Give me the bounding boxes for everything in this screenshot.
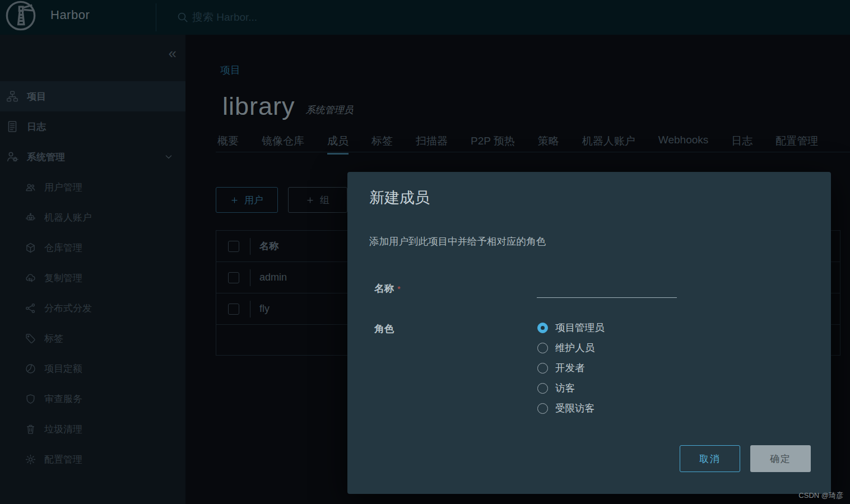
sidebar-item-label: 标签 (44, 332, 63, 345)
sidebar-item-label: 垃圾清理 (44, 423, 82, 436)
quota-icon (25, 363, 36, 375)
add-user-button[interactable]: 用户 (216, 187, 278, 213)
replication-icon (25, 272, 36, 284)
column-divider (250, 301, 250, 318)
role-option-label: 访客 (555, 381, 575, 395)
name-field-label: 名称* (374, 282, 401, 295)
sidebar-item-system-admin[interactable]: 系统管理 (0, 142, 185, 172)
member-name-cell: fly (259, 303, 270, 315)
tag-icon (25, 333, 36, 344)
sidebar-item-distribution[interactable]: 分布式分发 (0, 293, 185, 323)
sidebar-item-robot-accounts[interactable]: 机器人账户 (0, 202, 185, 232)
role-option-label: 受限访客 (555, 402, 594, 415)
sidebar-item-user-management[interactable]: 用户管理 (0, 172, 185, 202)
sidebar-nav: 项目日志系统管理用户管理机器人账户仓库管理复制管理分布式分发标签项目定额审查服务… (0, 81, 185, 474)
chevron-down-icon[interactable] (163, 151, 174, 162)
role-option[interactable]: 项目管理员 (537, 318, 605, 338)
role-option-label: 维护人员 (555, 341, 594, 354)
sidebar-item-label: 配置管理 (44, 453, 82, 466)
header-divider (156, 3, 156, 31)
members-toolbar: 用户 组 (216, 187, 347, 213)
sidebar-item-project-quotas[interactable]: 项目定额 (0, 353, 185, 384)
column-divider (250, 269, 250, 286)
member-name-cell: admin (259, 272, 287, 283)
role-option-label: 项目管理员 (555, 321, 605, 334)
trash-icon (25, 423, 36, 435)
radio-unselected-icon[interactable] (537, 343, 548, 353)
watermark: CSDN @琦彦 (798, 491, 843, 501)
sidebar: « 项目日志系统管理用户管理机器人账户仓库管理复制管理分布式分发标签项目定额审查… (0, 35, 185, 504)
row-checkbox[interactable] (228, 304, 239, 315)
radio-unselected-icon[interactable] (537, 403, 548, 414)
sidebar-item-labels[interactable]: 标签 (0, 323, 185, 353)
search-icon (176, 11, 189, 24)
sidebar-item-interrogation-services[interactable]: 审查服务 (0, 384, 185, 414)
new-member-modal: 新建成员 添加用户到此项目中并给予相对应的角色 名称* 角色 项目管理员维护人员… (347, 172, 831, 494)
global-search (176, 0, 370, 35)
role-radio-group: 项目管理员维护人员开发者访客受限访客 (537, 318, 605, 418)
radio-unselected-icon[interactable] (537, 363, 548, 374)
share-icon (25, 302, 36, 314)
add-user-label: 用户 (244, 194, 263, 207)
sidebar-item-registry-management[interactable]: 仓库管理 (0, 232, 185, 263)
sidebar-item-label: 分布式分发 (44, 302, 92, 315)
role-field-label: 角色 (374, 322, 394, 335)
modal-title: 新建成员 (369, 188, 430, 208)
project-title-row: library 系统管理员 (222, 92, 354, 120)
sidebar-item-label: 日志 (27, 120, 46, 133)
gear-icon (25, 454, 36, 465)
add-group-label: 组 (320, 194, 329, 207)
ok-button[interactable]: 确定 (750, 445, 811, 472)
users-icon (25, 181, 36, 193)
harbor-logo-icon[interactable] (4, 0, 37, 32)
logs-icon (6, 120, 19, 133)
sidebar-item-configuration[interactable]: 配置管理 (0, 444, 185, 474)
sidebar-item-logs[interactable]: 日志 (0, 111, 185, 142)
sidebar-item-label: 仓库管理 (44, 241, 82, 254)
name-column-header: 名称 (259, 240, 278, 253)
project-role-badge: 系统管理员 (306, 104, 354, 120)
role-option[interactable]: 开发者 (537, 358, 605, 378)
admin-icon (6, 150, 19, 164)
row-checkbox[interactable] (228, 272, 239, 283)
harbor-app: Harbor « 项目日志系统管理用户管理机器人账户仓库管理复制管理分布式分发标… (0, 0, 850, 504)
plus-icon (230, 196, 239, 204)
tabs-divider (216, 152, 850, 152)
radio-selected-icon[interactable] (537, 323, 548, 333)
sidebar-item-label: 复制管理 (44, 272, 82, 284)
top-header: Harbor (0, 0, 850, 35)
plus-icon (306, 196, 314, 204)
modal-description: 添加用户到此项目中并给予相对应的角色 (369, 235, 546, 248)
sidebar-item-projects[interactable]: 项目 (0, 81, 185, 111)
sidebar-item-garbage-collection[interactable]: 垃圾清理 (0, 414, 185, 444)
sidebar-item-replication-management[interactable]: 复制管理 (0, 263, 185, 293)
projects-icon (6, 90, 19, 103)
page-title: library (222, 92, 295, 120)
sidebar-item-label: 机器人账户 (44, 211, 92, 224)
column-divider (250, 238, 250, 255)
robot-icon (25, 212, 36, 223)
required-marker: * (397, 284, 401, 293)
select-all-checkbox[interactable] (228, 241, 239, 252)
role-option[interactable]: 维护人员 (537, 338, 605, 358)
sidebar-collapse-icon[interactable]: « (169, 46, 176, 60)
sidebar-item-label: 项目定额 (44, 362, 82, 375)
sidebar-item-label: 项目 (27, 90, 46, 103)
sidebar-item-label: 审查服务 (44, 393, 82, 405)
sidebar-item-label: 系统管理 (27, 151, 65, 164)
brand-title[interactable]: Harbor (50, 8, 90, 22)
role-option[interactable]: 受限访客 (537, 398, 605, 418)
role-option[interactable]: 访客 (537, 378, 605, 398)
sidebar-item-label: 用户管理 (44, 181, 82, 194)
cancel-button[interactable]: 取消 (680, 445, 740, 472)
add-group-button[interactable]: 组 (288, 187, 347, 213)
cube-icon (25, 242, 36, 254)
role-option-label: 开发者 (555, 361, 585, 375)
member-name-input[interactable] (537, 282, 677, 298)
radio-unselected-icon[interactable] (537, 383, 548, 394)
search-input[interactable] (191, 11, 370, 24)
breadcrumb-projects[interactable]: 项目 (220, 63, 240, 77)
shield-icon (25, 393, 36, 405)
